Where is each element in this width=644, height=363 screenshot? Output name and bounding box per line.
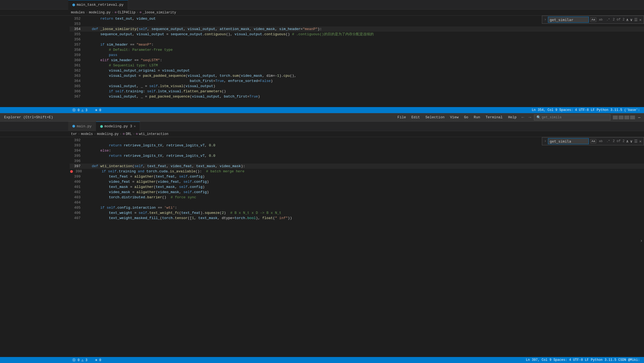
code-text-359: pass: [83, 52, 117, 58]
code-text-392: [83, 138, 85, 143]
bottom-search-up[interactable]: ∧: [626, 139, 628, 144]
code-line-396: 396: [70, 158, 644, 164]
menu-view[interactable]: View: [448, 115, 461, 120]
regex-icon[interactable]: .*: [605, 17, 611, 22]
search-down-btn[interactable]: ∨: [630, 17, 632, 22]
error-indicator-398: [70, 170, 73, 173]
code-text-401: text_mask = allgather(text_mask, self.co…: [83, 184, 205, 190]
bc-modeling2[interactable]: modeling.py: [97, 132, 118, 136]
bottom-search-expand[interactable]: ›: [544, 139, 546, 143]
code-line-367: 367 visual_output, _ = pad_packed_sequen…: [70, 94, 644, 99]
search-close-btn[interactable]: ✕: [639, 17, 642, 22]
code-line-361: 361 # Sequential type: LSTM: [70, 63, 644, 68]
breadcrumb-clip4clip[interactable]: CLIP4Clip: [118, 11, 135, 14]
tab-expand-icon[interactable]: ›: [639, 237, 644, 245]
ln-401: 401: [70, 184, 83, 190]
top-breadcrumb: modules › modeling.py › ⊙ CLIP4Clip › ⊙ …: [0, 10, 644, 16]
layout-btn-3[interactable]: [624, 116, 629, 119]
menu-help[interactable]: Help: [506, 115, 519, 120]
code-line-405: 405 if self.config.interaction == 'wti':: [70, 205, 644, 210]
tab-main-task[interactable]: main_task_retrieval.py: [68, 0, 128, 10]
whole-word-icon[interactable]: ab: [598, 17, 604, 22]
menu-edit[interactable]: Edit: [409, 115, 422, 120]
code-line-355: 355 sequence_output, visual_output = seq…: [70, 32, 644, 37]
ln-360: 360: [70, 58, 83, 63]
code-line-364: 364 batch_first=True, enforce_sorted=Fal…: [70, 78, 644, 84]
tab-modeling-py3[interactable]: modeling.py 3 ✕: [96, 122, 140, 131]
ln-358: 358: [70, 47, 83, 52]
code-text-396: [83, 158, 85, 164]
menu-go[interactable]: Go: [462, 115, 471, 120]
code-text-365: visual_output, _ = self.lstm_visual(visu…: [83, 84, 215, 89]
bottom-match-case[interactable]: Aa: [590, 139, 596, 143]
code-text-407: text_weight_masked_fill_(torch.tensor([1…: [83, 216, 292, 221]
code-line-395: 395 return retrieve_logits_tV, retrieve_…: [70, 153, 644, 158]
bc-tvr[interactable]: tvr: [71, 132, 77, 136]
bottom-code-content[interactable]: 392 393 return retrieve_logits_tV, retri…: [68, 137, 644, 357]
menu-terminal[interactable]: Terminal: [483, 115, 505, 120]
breadcrumb-modeling[interactable]: modeling.py: [89, 11, 111, 14]
ln-362: 362: [70, 68, 83, 73]
bottom-whole-word[interactable]: ab: [598, 139, 604, 143]
code-text-360: elif sim_header == "seqLSTM":: [83, 58, 162, 63]
code-line-365: 365 visual_output, _ = self.lstm_visual(…: [70, 84, 644, 89]
bottom-regex[interactable]: .*: [605, 139, 611, 143]
bottom-search-input[interactable]: [548, 138, 589, 144]
top-status: ⓪ 0 △ 3 ⊗ 0 Ln 354, Col 9 Spaces: 4 UTF-…: [0, 107, 644, 113]
tab-modeling-label: modeling.py 3: [105, 124, 132, 128]
bottom-search-menu[interactable]: ☰: [634, 139, 638, 144]
code-line-402: 402 video_mask = allgather(video_mask, s…: [70, 190, 644, 195]
ln-406: 406: [70, 210, 83, 216]
code-text-353: [83, 21, 85, 26]
search-expand-icon[interactable]: ›: [544, 18, 546, 22]
ln-361: 361: [70, 63, 83, 68]
code-text-406: text_weight = self.text_weight_fc(text_f…: [83, 210, 281, 216]
layout-btn-2[interactable]: [619, 116, 624, 119]
top-search-input[interactable]: [548, 17, 589, 23]
tab-modeling-close[interactable]: ✕: [134, 124, 136, 128]
search-box[interactable]: 🔍 get_simila: [534, 114, 610, 120]
code-line-366: 366 if self.training: self.lstm_visual.f…: [70, 89, 644, 94]
code-line-406: 406 text_weight = self.text_weight_fc(te…: [70, 210, 644, 216]
code-text-366: if self.training: self.lstm_visual.flatt…: [83, 89, 226, 94]
search-up-btn[interactable]: ∧: [626, 17, 628, 22]
breadcrumb-loose[interactable]: _loose_similarity: [143, 11, 176, 14]
bc-models[interactable]: models: [81, 132, 93, 136]
search-count-top: 2 of 2: [613, 18, 624, 22]
code-line-401: 401 text_mask = allgather(text_mask, sel…: [70, 184, 644, 190]
bottom-status-info: Ln 397, Col 9 Spaces: 4 UTF-8 LF Python …: [526, 358, 640, 362]
bc-wti[interactable]: wti_interaction: [139, 132, 168, 136]
bc-drl[interactable]: DRL: [126, 132, 132, 136]
minimize-btn[interactable]: —: [636, 115, 643, 120]
search-menu-btn[interactable]: ☰: [634, 17, 638, 22]
breadcrumb-loose-icon: ⊙: [140, 10, 141, 14]
top-code-area: 352 return text_out, video_out 353 354 d…: [0, 16, 644, 107]
menu-file[interactable]: File: [395, 115, 408, 120]
bottom-breadcrumb: tvr › models › modeling.py › ⊙ DRL › ⊙ w…: [0, 131, 644, 137]
top-git-info: ⓪ 0 △ 3 ⊗ 0: [72, 108, 101, 113]
tab-main-py[interactable]: main.py: [68, 122, 96, 131]
search-icon: 🔍: [536, 115, 541, 120]
layout-btn-4[interactable]: [630, 116, 635, 119]
ln-353: 353: [70, 21, 83, 26]
code-text-399: text_feat = allgather(text_feat, self.co…: [83, 174, 205, 179]
code-text-362: visual_output_original = visual_output: [83, 68, 190, 73]
menu-run[interactable]: Run: [471, 115, 482, 120]
nav-back[interactable]: ←: [520, 114, 526, 120]
code-text-395: return retrieve_logits_tV, retrieve_logi…: [83, 153, 215, 158]
bottom-search-down[interactable]: ∨: [630, 139, 632, 144]
ln-395: 395: [70, 153, 83, 158]
ln-392: 392: [70, 138, 83, 143]
top-pane: main_task_retrieval.py modules › modelin…: [0, 0, 644, 113]
explorer-title-btn[interactable]: Explorer (Ctrl+Shift+E): [1, 114, 56, 120]
nav-forward[interactable]: →: [527, 114, 533, 120]
breadcrumb-modules[interactable]: modules: [71, 11, 85, 14]
top-code-content[interactable]: 352 return text_out, video_out 353 354 d…: [68, 16, 644, 107]
bottom-search-close[interactable]: ✕: [639, 139, 642, 144]
layout-btn-1[interactable]: [613, 116, 618, 119]
menu-selection[interactable]: Selection: [423, 115, 447, 120]
bottom-search-widget: › Aa ab .* 2 of 2 ∧ ∨ ☰ ✕: [542, 137, 644, 145]
match-case-icon[interactable]: Aa: [590, 17, 596, 22]
tab-modeling-icon: [100, 125, 103, 128]
bc-wti-icon: ⊙: [136, 132, 138, 136]
